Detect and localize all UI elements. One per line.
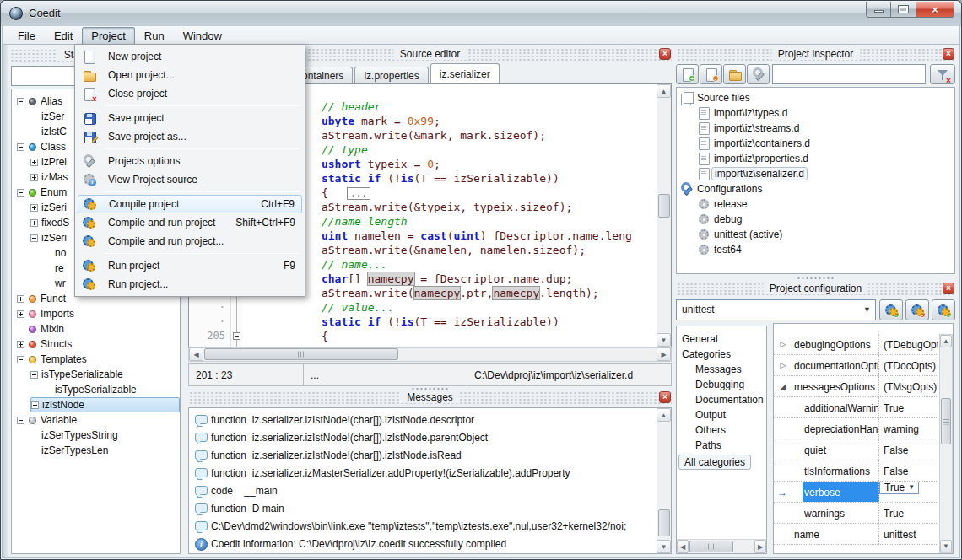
expand-icon[interactable] [31, 401, 39, 409]
add-folder-button[interactable]: + [723, 64, 746, 84]
category-output[interactable]: Output [677, 407, 766, 423]
message-item[interactable]: C:\Dev\dmd2\windows\bin\link.exe "temp\i… [189, 517, 671, 535]
close-panel-icon[interactable]: × [659, 391, 671, 403]
expand-icon[interactable] [30, 174, 38, 181]
messages-list[interactable]: ▲ ▼ function iz.serializer.izIstNode!(ch… [188, 407, 672, 554]
option-value-editor[interactable]: True▼ [879, 482, 919, 494]
editor-horizontal-scrollbar[interactable]: ◀ ▶ [188, 347, 672, 362]
message-item[interactable]: function iz.serializer.izIstNode!(char[]… [189, 428, 671, 446]
menubar-item-run[interactable]: Run [135, 27, 174, 45]
inspector-item-import-iz-serializer-d[interactable]: import\iz\serializer.d [677, 166, 954, 181]
inspector-item-import-iz-properties-d[interactable]: import\iz\properties.d [677, 151, 954, 166]
message-item[interactable]: code __main [189, 482, 671, 499]
symbol-tree-item-imports[interactable]: Imports [17, 306, 180, 321]
add-file-button[interactable]: + [676, 64, 699, 84]
expand-icon[interactable] [30, 219, 38, 227]
collapse-icon[interactable] [17, 189, 24, 197]
message-item[interactable]: function iz.serializer.izMasterSerialize… [189, 464, 671, 482]
collapse-icon[interactable] [17, 417, 24, 424]
clone-configuration-button[interactable]: → [932, 299, 955, 320]
menu-item-compile-and-run-project[interactable]: Compile and run project... [78, 232, 302, 250]
minimize-button[interactable] [866, 2, 891, 18]
inspector-item-configurations[interactable]: Configurations [677, 181, 954, 197]
symbol-tree-item-variable[interactable]: Variable [17, 412, 180, 428]
menu-item-open-project[interactable]: Open project... [78, 66, 302, 84]
symbol-tree-item-structs[interactable]: Structs [17, 337, 180, 352]
symbol-tree-item-istypeserializable[interactable]: isTypeSerializable [44, 382, 180, 397]
category-paths[interactable]: Paths [677, 438, 766, 453]
inspector-item-debug[interactable]: debug [677, 212, 954, 227]
option-row-debugingoptions[interactable]: ▷debugingOptions(TDebugOpts) [774, 334, 938, 355]
inspector-tree[interactable]: Source filesimport\iz\types.dimport\iz\s… [676, 87, 955, 274]
menu-item-compile-and-run-project[interactable]: Compile and run projectShift+Ctrl+F9 [78, 213, 302, 232]
category-general[interactable]: General [677, 331, 766, 347]
inspector-item-test64[interactable]: test64 [677, 242, 954, 257]
symbol-tree-item-izsertypesstring[interactable]: izSerTypesString [30, 428, 180, 443]
category-debugging[interactable]: Debugging [677, 377, 766, 392]
scrollbar-thumb[interactable] [941, 398, 951, 444]
option-row-quiet[interactable]: quietFalse [774, 439, 938, 460]
option-categories-list[interactable]: ◀ ▶ GeneralCategoriesMessagesDebuggingDo… [676, 326, 767, 554]
inspector-item-release[interactable]: release [677, 197, 954, 212]
menu-item-save-project-as[interactable]: Save project as... [78, 127, 302, 146]
scroll-left-icon[interactable]: ◀ [189, 347, 203, 361]
scroll-down-icon[interactable]: ▼ [657, 540, 671, 553]
scroll-up-icon[interactable]: ▲ [657, 84, 671, 98]
symbol-tree-item-istypeserializable[interactable]: isTypeSerializable [30, 367, 180, 382]
menubar-item-edit[interactable]: Edit [45, 27, 82, 45]
splitter-handle[interactable] [797, 277, 835, 280]
option-row-name[interactable]: nameunittest [774, 524, 938, 545]
option-row-documentationoptions[interactable]: ▷documentationOptions(TDocOpts) [774, 355, 938, 376]
menu-item-save-project[interactable]: Save project [78, 109, 302, 127]
expand-icon[interactable] [30, 204, 38, 212]
expand-icon[interactable] [30, 159, 38, 166]
inspector-item-import-iz-types-d[interactable]: import\iz\types.d [677, 105, 954, 121]
close-button[interactable]: × [916, 2, 954, 18]
fold-collapse-icon[interactable] [233, 332, 240, 340]
category-documentation[interactable]: Documentation [677, 392, 766, 407]
message-item[interactable]: Coedit information: C:\Dev\dproj\iz\Iz.c… [189, 535, 671, 552]
project-options-button[interactable] [747, 64, 770, 84]
menu-item-new-project[interactable]: New project [78, 47, 302, 66]
collapse-icon[interactable]: ◢ [774, 376, 792, 396]
collapse-icon[interactable] [17, 356, 24, 363]
category-categories[interactable]: Categories [677, 347, 766, 362]
editor-vertical-scrollbar[interactable]: ▲ ▼ [657, 84, 671, 347]
scrollbar-thumb[interactable] [658, 194, 670, 218]
splitter-handle[interactable] [411, 387, 450, 390]
categories-horizontal-scrollbar[interactable]: ◀ ▶ [677, 539, 766, 553]
symbol-tree-item-templates[interactable]: Templates [17, 352, 180, 367]
option-row-messagesoptions[interactable]: ◢messagesOptions(TMsgOpts) [774, 376, 938, 397]
tab-iz-properties[interactable]: iz.properties [354, 67, 428, 83]
maximize-button[interactable] [891, 2, 916, 18]
menubar-item-project[interactable]: Project [82, 27, 134, 45]
menu-item-close-project[interactable]: ×Close project [78, 84, 302, 103]
option-row-additionalwarnings[interactable]: additionalWarningsTrue [774, 397, 938, 418]
expand-icon[interactable] [17, 310, 24, 318]
expand-icon[interactable]: ▷ [774, 334, 792, 354]
menu-item-run-project[interactable]: Run projectF9 [78, 256, 302, 275]
inspector-item-import-iz-containers-d[interactable]: import\iz\containers.d [677, 136, 954, 151]
left-splitter[interactable] [3, 45, 9, 557]
close-panel-icon[interactable]: × [659, 48, 671, 60]
symbol-tree-item-izsertypeslen[interactable]: izSerTypesLen [30, 443, 180, 458]
menu-item-compile-project[interactable]: Compile projectCtrl+F9 [78, 195, 302, 213]
inspector-item-unittest-active[interactable]: unittest (active) [677, 227, 954, 242]
close-panel-icon[interactable]: × [943, 48, 954, 60]
message-item[interactable]: function iz.serializer.izIstNode!(char[]… [189, 446, 671, 464]
menu-item-projects-options[interactable]: Projects options [78, 152, 302, 170]
close-panel-icon[interactable]: × [943, 283, 954, 294]
category-others[interactable]: Others [677, 423, 766, 438]
collapse-icon[interactable] [30, 371, 38, 379]
add-configuration-button[interactable]: + [879, 299, 903, 320]
all-categories-button[interactable]: All categories [678, 455, 751, 470]
option-row-verbose[interactable]: →verboseTrue▼ [774, 482, 938, 503]
scroll-down-icon[interactable]: ▼ [940, 540, 952, 552]
scrollbar-thumb[interactable] [689, 541, 733, 552]
inspector-item-import-iz-streams-d[interactable]: import\iz\streams.d [677, 121, 954, 136]
title-bar[interactable]: Coedit × [1, 1, 961, 26]
inspector-item-source-files[interactable]: Source files [677, 90, 954, 105]
expand-icon[interactable] [17, 295, 24, 303]
collapse-icon[interactable] [17, 98, 24, 105]
message-item[interactable]: function D main [189, 499, 671, 517]
